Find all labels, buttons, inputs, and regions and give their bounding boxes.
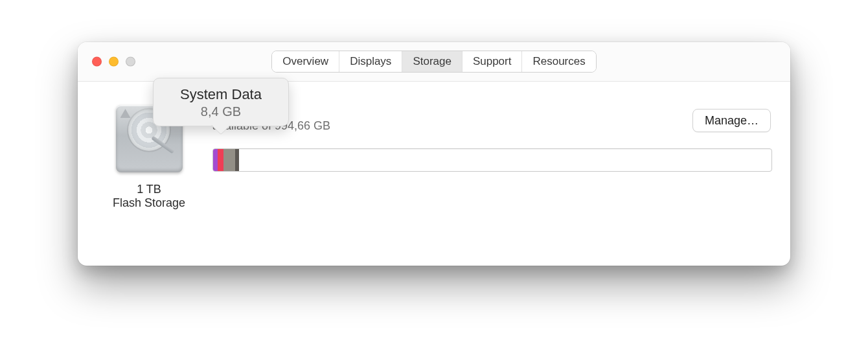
- drive-name-label: HD: [212, 98, 771, 117]
- tab-overview[interactable]: Overview: [272, 51, 339, 72]
- manage-button[interactable]: Manage…: [692, 109, 771, 132]
- tab-resources[interactable]: Resources: [522, 51, 595, 72]
- usage-segment[interactable]: [223, 149, 236, 171]
- segment-tooltip: System Data 8,4 GB: [153, 78, 289, 126]
- storage-body: 1 TB Flash Storage HD available of 994,6…: [78, 82, 790, 266]
- drive-capacity-label: 1 TB: [137, 183, 161, 196]
- close-window-icon[interactable]: [92, 57, 102, 67]
- tab-storage[interactable]: Storage: [402, 51, 463, 72]
- usage-segment[interactable]: [218, 149, 223, 171]
- tooltip-title: System Data: [163, 86, 279, 103]
- usage-segment[interactable]: [235, 149, 238, 171]
- tab-support[interactable]: Support: [463, 51, 523, 72]
- about-this-mac-window: Overview Displays Storage Support Resour…: [78, 42, 790, 266]
- titlebar: Overview Displays Storage Support Resour…: [78, 42, 790, 82]
- drive-type-label: Flash Storage: [113, 196, 185, 210]
- traffic-lights: [92, 57, 135, 67]
- drive-availability-label: available of 994,66 GB: [212, 119, 771, 133]
- usage-segment[interactable]: [213, 149, 218, 171]
- zoom-window-icon: [126, 57, 135, 67]
- storage-usage-bar[interactable]: [212, 148, 772, 172]
- tab-bar: Overview Displays Storage Support Resour…: [271, 51, 596, 73]
- minimize-window-icon[interactable]: [109, 57, 119, 67]
- tab-displays[interactable]: Displays: [339, 51, 402, 72]
